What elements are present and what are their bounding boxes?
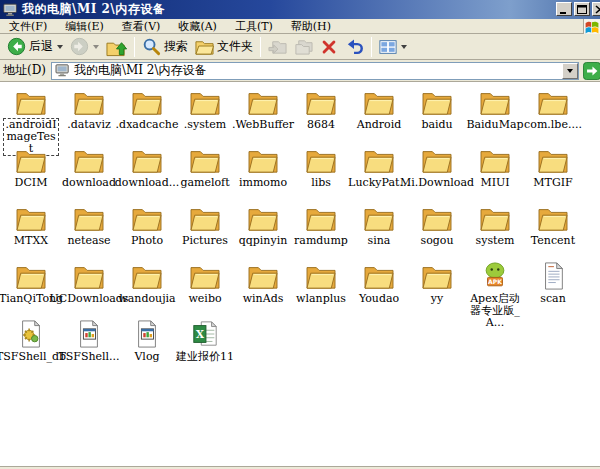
file-item[interactable]: BaiduMap xyxy=(466,88,524,146)
file-item[interactable]: ramdump xyxy=(292,204,350,262)
file-item[interactable]: immomo xyxy=(234,146,292,204)
file-label: Youdao xyxy=(357,292,401,306)
folder-icon xyxy=(305,88,337,116)
undo-icon xyxy=(345,37,364,56)
file-item[interactable]: wandoujia xyxy=(118,262,176,320)
file-item[interactable]: 8684 xyxy=(292,88,350,146)
file-label: Tencent xyxy=(529,234,577,248)
file-label: wandoujia xyxy=(116,292,177,306)
db-icon xyxy=(15,320,47,348)
file-item[interactable]: netease xyxy=(60,204,118,262)
file-label: MTXX xyxy=(12,234,50,248)
folder-icon xyxy=(479,204,511,232)
file-item[interactable]: wlanplus xyxy=(292,262,350,320)
file-item[interactable]: libs xyxy=(292,146,350,204)
file-item[interactable]: sina xyxy=(350,204,408,262)
address-dropdown-button[interactable] xyxy=(562,63,578,79)
back-button[interactable]: 后退 xyxy=(4,35,66,58)
windows-logo-icon xyxy=(583,19,600,34)
file-item[interactable]: Vlog xyxy=(118,320,176,378)
delete-x-icon xyxy=(320,38,338,56)
folder-icon xyxy=(73,262,105,290)
file-item[interactable]: .WebBuffer xyxy=(234,88,292,146)
file-item[interactable]: yy xyxy=(408,262,466,320)
file-label: Photo xyxy=(129,234,165,248)
file-label: qqpinyin xyxy=(237,234,290,248)
title-bar: 我的电脑\MI 2\内存设备 xyxy=(0,0,600,19)
forward-dropdown-caret[interactable] xyxy=(93,45,99,49)
file-item[interactable]: download xyxy=(60,146,118,204)
file-item[interactable]: Tencent xyxy=(524,204,582,262)
menu-item[interactable]: 工具(T) xyxy=(226,19,282,34)
minimize-button[interactable] xyxy=(556,2,572,16)
menu-item[interactable]: 文件(F) xyxy=(0,19,56,34)
file-item[interactable]: X 建业报价11 xyxy=(176,320,234,378)
file-item[interactable]: baidu xyxy=(408,88,466,146)
file-label: ramdump xyxy=(292,234,350,248)
file-item[interactable]: .dataviz xyxy=(60,88,118,146)
file-label: Mi.Download xyxy=(398,176,476,190)
close-button[interactable] xyxy=(592,2,600,16)
file-item[interactable]: Android xyxy=(350,88,408,146)
my-computer-icon xyxy=(55,64,70,77)
file-item[interactable]: scan xyxy=(524,262,582,320)
folders-button[interactable]: 文件夹 xyxy=(192,35,256,58)
file-label: com.lbe.... xyxy=(522,118,584,132)
folder-icon xyxy=(421,262,453,290)
menu-item[interactable]: 帮助(H) xyxy=(282,19,340,34)
back-dropdown-caret[interactable] xyxy=(57,45,63,49)
file-item[interactable]: weibo xyxy=(176,262,234,320)
file-item[interactable]: MTGIF xyxy=(524,146,582,204)
file-item[interactable]: .system xyxy=(176,88,234,146)
menu-item[interactable]: 查看(V) xyxy=(113,19,170,34)
file-item[interactable]: MIUI xyxy=(466,146,524,204)
forward-icon xyxy=(70,37,89,56)
forward-button[interactable] xyxy=(67,35,102,58)
file-item[interactable]: TSFShell_db xyxy=(2,320,60,378)
file-item[interactable]: LuckyPat... xyxy=(350,146,408,204)
file-item[interactable]: .dxadcache xyxy=(118,88,176,146)
views-button[interactable] xyxy=(376,35,410,58)
file-item[interactable]: APK Apex启动器专业版_A... xyxy=(466,262,524,320)
apk-icon: APK xyxy=(479,262,511,290)
undo-button[interactable] xyxy=(342,35,367,58)
file-item[interactable]: MTXX xyxy=(2,204,60,262)
file-item[interactable]: DCIM xyxy=(2,146,60,204)
folder-icon xyxy=(479,88,511,116)
file-item[interactable]: winAds xyxy=(234,262,292,320)
svg-text:APK: APK xyxy=(488,278,502,285)
window-controls xyxy=(556,2,600,16)
file-item[interactable]: gameloft xyxy=(176,146,234,204)
file-item[interactable]: Photo xyxy=(118,204,176,262)
move-to-button[interactable] xyxy=(265,35,290,58)
file-item[interactable]: Mi.Download xyxy=(408,146,466,204)
file-item[interactable]: TSFShell... xyxy=(60,320,118,378)
views-dropdown-caret[interactable] xyxy=(401,45,407,49)
menu-item[interactable]: 收藏(A) xyxy=(169,19,226,34)
file-item[interactable]: UCDownloads xyxy=(60,262,118,320)
file-label: 建业报价11 xyxy=(174,350,236,364)
folder-icon xyxy=(363,88,395,116)
file-item[interactable]: qqpinyin xyxy=(234,204,292,262)
up-folder-icon xyxy=(106,37,127,57)
file-label: 8684 xyxy=(305,118,337,132)
file-item[interactable]: system xyxy=(466,204,524,262)
delete-button[interactable] xyxy=(317,35,341,58)
folder-icon xyxy=(363,146,395,174)
copy-to-button[interactable] xyxy=(291,35,316,58)
menu-item[interactable]: 编辑(E) xyxy=(56,19,113,34)
go-button[interactable]: 转到 xyxy=(583,62,600,80)
file-item[interactable]: .androidImageTest xyxy=(2,88,60,146)
search-button[interactable]: 搜索 xyxy=(139,35,191,58)
file-item[interactable]: sogou xyxy=(408,204,466,262)
maximize-button[interactable] xyxy=(574,2,590,16)
file-item[interactable]: Pictures xyxy=(176,204,234,262)
address-input[interactable]: 我的电脑\MI 2\内存设备 xyxy=(51,62,579,80)
folder-icon xyxy=(189,146,221,174)
folder-icon xyxy=(131,204,163,232)
file-item[interactable]: com.lbe.... xyxy=(524,88,582,146)
up-button[interactable] xyxy=(103,35,130,58)
file-item[interactable]: Youdao xyxy=(350,262,408,320)
file-item[interactable]: TianQiTong xyxy=(2,262,60,320)
file-item[interactable]: download... xyxy=(118,146,176,204)
